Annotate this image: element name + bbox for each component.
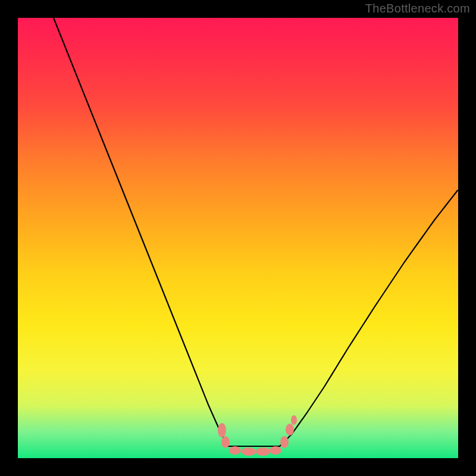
watermark: TheBottleneck.com <box>365 2 470 15</box>
series-left-curve <box>54 18 228 446</box>
left-marker-1 <box>218 423 226 437</box>
marker-group <box>218 415 297 456</box>
bottom-marker-4 <box>270 446 281 455</box>
plot-area <box>18 18 458 458</box>
right-marker-2 <box>286 424 294 436</box>
curve-group <box>54 18 458 446</box>
bottom-marker-2 <box>242 447 256 456</box>
right-marker-1 <box>280 436 289 448</box>
bottom-marker-1 <box>229 446 241 455</box>
chart-frame: TheBottleneck.com <box>0 0 476 476</box>
bottom-marker-3 <box>256 447 270 456</box>
series-right-curve <box>280 190 458 446</box>
right-marker-3 <box>291 415 297 425</box>
chart-svg <box>18 18 458 458</box>
left-marker-2 <box>221 436 230 448</box>
